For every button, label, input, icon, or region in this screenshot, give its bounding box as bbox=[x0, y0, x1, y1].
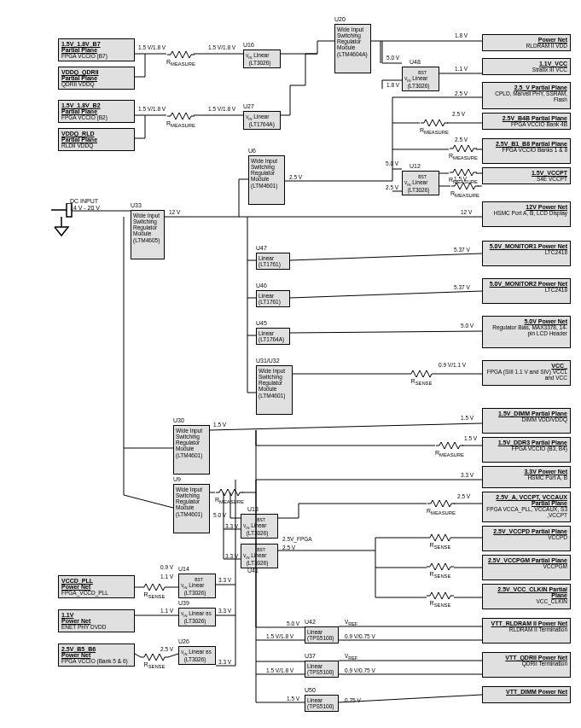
v-1p5-1p8-f: 1.5 V/1.8 V bbox=[266, 667, 293, 673]
end-5p0v: 5.0V Power NetRegulator Bias, MAX3378, 1… bbox=[482, 316, 571, 348]
end-2p5v-a-vccpt: 2.5V_A, VCCPT, VCCAUX Partial PlaneFPGA … bbox=[482, 492, 571, 522]
vref-1: VREF bbox=[345, 619, 357, 626]
v-0p9-a: 0.9 V bbox=[160, 564, 173, 570]
v-1p1-b: 1.1 V bbox=[160, 574, 173, 579]
u33-module: Wide Input Switching Regulator Module(LT… bbox=[131, 210, 165, 259]
v-1p5-c: 1.5 V bbox=[461, 415, 474, 421]
u20-module: Wide Input Switching Regulator Module(LT… bbox=[334, 24, 371, 73]
v-0p75: 0.75 V bbox=[345, 697, 361, 703]
u37-linear: Linear(TPS5100) bbox=[305, 661, 339, 678]
r-measure-8: RMEASURE bbox=[215, 489, 244, 504]
u27-label: U27 bbox=[243, 103, 254, 109]
v-2p5-e: 2.5 V bbox=[386, 184, 398, 190]
v-2p5-f: 2.5 V bbox=[457, 493, 470, 499]
u50-label: U50 bbox=[305, 687, 316, 693]
u45-label: U45 bbox=[256, 320, 267, 326]
svg-line-53 bbox=[210, 423, 482, 430]
dc-connector-icon bbox=[51, 203, 75, 238]
r-measure-3: RMEASURE bbox=[420, 119, 449, 135]
u41-label: U41 bbox=[247, 568, 259, 574]
end-5p0v-mon2: 5.0V_MONITOR2 Power NetLTC2418 bbox=[482, 278, 571, 304]
r-sense-1: RSENSE bbox=[408, 370, 435, 386]
port-1p5v-1p8v-b7: 1.5V_1.8V_B7 Partial Plane FPGA VCCIO (B… bbox=[58, 38, 135, 61]
end-vtt-qdrii: VTT_QDRII Power NetQDRII Termination bbox=[482, 652, 571, 678]
end-1p5v-vccpt: 1.5V_VCCPTS4E VCCPT bbox=[482, 167, 571, 184]
v-1p5-a: 1.5 V bbox=[454, 176, 467, 182]
end-2p5v-vccpd: 2.5V_VCCPD Partial PlaneVCCPD bbox=[482, 526, 571, 551]
v-2p5-d: 2.5 V bbox=[289, 174, 302, 180]
u20-label: U20 bbox=[334, 16, 346, 22]
r-measure-1: RMEASURE bbox=[166, 51, 195, 67]
u37-label: U37 bbox=[305, 653, 316, 659]
v-2p5-h: 2.5 V bbox=[160, 646, 173, 652]
v-0p9-1p1: 0.9 V/1.1 V bbox=[439, 362, 466, 368]
v-1p5-b: 1.5 V bbox=[213, 422, 226, 428]
v-1p5-d: 1.5 V bbox=[464, 435, 477, 441]
u30-label: U30 bbox=[173, 417, 184, 423]
v-2p5-fpga: 2.5V_FPGA bbox=[282, 536, 312, 542]
r-measure-6: RMEASURE bbox=[450, 183, 479, 198]
v-0p9-0p75-a: 0.9 V/0.75 V bbox=[345, 633, 375, 639]
u33-label: U33 bbox=[131, 202, 142, 208]
r-measure-4: RMEASURE bbox=[449, 145, 478, 160]
end-2p5v-b4b: 2.5V_B4B Partial PlaneFPGA VCCIO Bank 4B bbox=[482, 113, 571, 130]
r-sense-6: RSENSE bbox=[141, 654, 168, 669]
port-vddq-qdrii: VDDQ_QDRII Partial Plane QDRII VDDQ bbox=[58, 67, 135, 90]
u46-linear: Linear(LT1761) bbox=[256, 290, 290, 307]
svg-line-46 bbox=[290, 331, 482, 333]
port-2p5v-b5-b6: 2.5V_B5_B6 Power Net FPGA VCCIO (Bank 5 … bbox=[58, 644, 135, 667]
v-1p5-1p8-b: 1.5 V/1.8 V bbox=[208, 44, 235, 50]
r-sense-3: RSENSE bbox=[427, 563, 454, 579]
end-1p1v-vcc: 1.1V_VCCStratix III VCC bbox=[482, 58, 571, 75]
end-2p5v-partial: 2.5_V Partial PlaneCPLD, Marvell PHY, SS… bbox=[482, 82, 571, 109]
svg-line-42 bbox=[290, 253, 482, 260]
u14-linear: BSTVIN Linear (LT3026) bbox=[178, 574, 216, 598]
v-5p0-d: 5.0 V bbox=[213, 512, 226, 518]
u42-label: U42 bbox=[305, 619, 316, 625]
end-vcc: VCC_FPGA (SIII 1.1 V and SIV) VCCL and V… bbox=[482, 360, 571, 386]
r-sense-2: RSENSE bbox=[427, 534, 454, 550]
v-2p5-b: 2.5 V bbox=[452, 111, 465, 117]
v-5p0-e: 5.0 V bbox=[287, 620, 299, 626]
v-1p5-1p8-d: 1.5 V/1.8 V bbox=[208, 106, 235, 112]
u46-label: U46 bbox=[256, 282, 267, 288]
end-rldram-vdd: Power NetRLDRAM II VDD bbox=[482, 34, 571, 51]
v-2p5-c: 2.5 V bbox=[455, 137, 468, 143]
u30-module: Wide Input Switching Regulator Module(LT… bbox=[173, 425, 210, 475]
u12-linear: BSTVIN Linear (LT3026) bbox=[402, 171, 439, 195]
svg-line-44 bbox=[290, 291, 482, 298]
u31-label: U31/U32 bbox=[256, 358, 280, 364]
v-3p3-a: 3.3 V bbox=[461, 472, 474, 478]
v-2p5-a: 2.5 V bbox=[455, 90, 468, 96]
r-measure-9: RMEASURE bbox=[427, 500, 456, 515]
v-3p3-f: 3.3 V bbox=[218, 659, 231, 665]
v-12-a: 12 V bbox=[169, 209, 180, 215]
u13-linear: BSTVIN Linear (LT3026) bbox=[241, 514, 278, 539]
v-5p37-a: 5.37 V bbox=[454, 247, 470, 253]
u50-linear: Linear(TPS5100) bbox=[305, 695, 339, 712]
u26-linear: VIN Linear BS (LT3026) bbox=[178, 646, 216, 665]
u39-linear: VIN Linear BS (LT3026) bbox=[178, 608, 216, 626]
u12-label: U12 bbox=[410, 163, 421, 169]
v-1p5-1p8-c: 1.5 V/1.8 V bbox=[138, 106, 166, 112]
u13-label: U13 bbox=[247, 506, 259, 512]
u47-label: U47 bbox=[256, 245, 267, 251]
svg-line-87 bbox=[135, 654, 141, 657]
v-1p5-e: 1.5 V bbox=[287, 696, 299, 702]
port-vddq-rld: VDDQ_RLD Partial Plane RLDII VDDQ bbox=[58, 128, 135, 151]
u48-label: U48 bbox=[410, 59, 421, 65]
u42-linear: Linear(TPS5100) bbox=[305, 626, 339, 644]
u27-linear: VIN Linear (LT1764A) bbox=[243, 111, 281, 130]
v-5p37-b: 5.37 V bbox=[454, 284, 470, 290]
v-1p5-1p8-a: 1.5 V/1.8 V bbox=[138, 44, 166, 50]
u16-linear: VIN Linear (LT3026) bbox=[243, 50, 281, 68]
u6-label: U6 bbox=[248, 148, 256, 154]
end-1p5v-ddr3: 1.5V_DDR3 Partial PlaneFPGA VCCIO (B3, B… bbox=[482, 437, 571, 463]
v-1p5-1p8-e: 1.5 V/1.8 V bbox=[266, 633, 293, 639]
u14-label: U14 bbox=[178, 566, 189, 572]
u26-label: U26 bbox=[178, 638, 189, 644]
r-measure-7: RMEASURE bbox=[435, 442, 464, 457]
v-3p3-e: 3.3 V bbox=[218, 608, 231, 614]
v-3p3-b: 3.3 V bbox=[225, 523, 238, 529]
end-2p5v-vccpgm: 2.5V_VCCPGM Partial PlaneVCCPGM bbox=[482, 555, 571, 580]
